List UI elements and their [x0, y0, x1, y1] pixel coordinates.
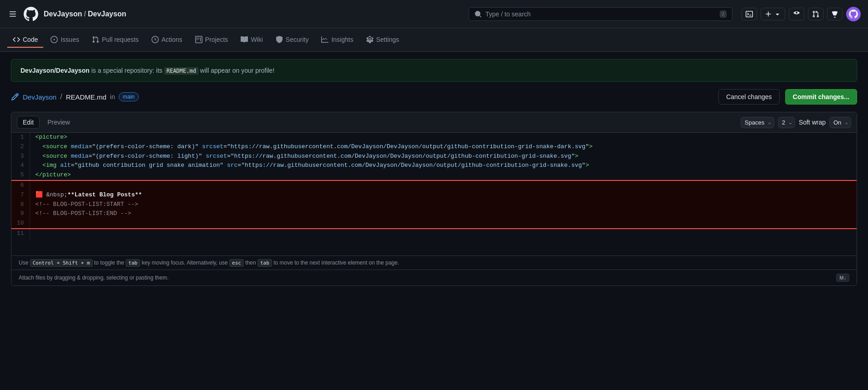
table-row: 5 </picture>: [11, 170, 857, 180]
cancel-changes-button[interactable]: Cancel changes: [718, 89, 779, 105]
table-row: 8 <!-- BLOG-POST-LIST:START -->: [11, 200, 857, 210]
editor-breadcrumb-row: DevJayson / README.md in main Cancel cha…: [11, 89, 857, 105]
tab-code[interactable]: Code: [7, 32, 43, 48]
table-row: 11: [11, 229, 857, 239]
line-number: 1: [11, 133, 30, 142]
repo-name-link[interactable]: DevJayson: [88, 10, 126, 18]
indent-size-select[interactable]: 2 4: [778, 117, 795, 128]
breadcrumb-left: DevJayson / README.md in main: [11, 92, 139, 101]
line-content[interactable]: [30, 180, 857, 190]
tab-settings[interactable]: Settings: [361, 32, 405, 48]
hamburger-button[interactable]: [7, 9, 18, 20]
tab-security[interactable]: Security: [270, 32, 314, 48]
line-number: 3: [11, 152, 30, 161]
repo-owner-link[interactable]: DevJayson: [44, 10, 82, 18]
spaces-select[interactable]: Spaces Tabs: [741, 117, 774, 128]
tab-projects[interactable]: Projects: [190, 32, 234, 48]
table-row: 1 <picture>: [11, 133, 857, 142]
security-icon: [276, 36, 283, 43]
table-row: 10: [11, 219, 857, 229]
tab-insights[interactable]: Insights: [316, 32, 358, 48]
tab-issues-label: Issues: [61, 36, 79, 43]
breadcrumb-separator: /: [60, 93, 62, 101]
issues-icon: [50, 36, 58, 43]
github-logo: [24, 7, 38, 21]
line-content[interactable]: [30, 219, 857, 229]
banner-text1: is a special repository: its: [90, 67, 164, 74]
code-editor[interactable]: 1 <picture> 2 <source media="(prefers-co…: [11, 133, 857, 255]
tab-settings-label: Settings: [376, 36, 399, 43]
shortcut-tab2: tab: [257, 259, 272, 267]
status-bar: Use Control + Shift + m to toggle the ta…: [11, 255, 857, 270]
line-content[interactable]: <img alt="github contribution grid snake…: [30, 161, 857, 170]
shortcut-esc: esc: [229, 259, 244, 267]
breadcrumb-repo-link[interactable]: DevJayson: [23, 93, 56, 101]
line-content[interactable]: <!-- BLOG-POST-LIST:START -->: [30, 200, 857, 210]
search-bar[interactable]: Type / to search /: [469, 7, 732, 21]
watch-button[interactable]: [789, 8, 804, 20]
top-nav-actions: [742, 7, 861, 21]
status-text: Use: [19, 260, 30, 266]
tab-pr-label: Pull requests: [102, 36, 139, 43]
plus-button[interactable]: [761, 8, 785, 20]
line-number: 10: [11, 219, 30, 229]
tab-actions-label: Actions: [161, 36, 182, 43]
status-mid3: then: [244, 260, 257, 266]
tab-actions[interactable]: Actions: [146, 32, 188, 48]
status-mid1: to toggle the: [93, 260, 126, 266]
tab-code-label: Code: [23, 36, 38, 43]
line-content[interactable]: 🟥 &nbsp;**Latest Blog Posts**: [30, 190, 857, 200]
table-row: 9 <!-- BLOG-POST-LIST:END -->: [11, 209, 857, 219]
avatar[interactable]: [846, 7, 861, 21]
breadcrumb-filename: README.md: [66, 93, 106, 101]
terminal-button[interactable]: [742, 8, 757, 20]
editor-toolbar: Edit Preview Spaces Tabs 2 4 Soft wrap: [11, 112, 857, 133]
tab-wiki-label: Wiki: [251, 36, 262, 43]
softwrap-select[interactable]: On Off: [829, 117, 851, 128]
drop-zone: Attach files by dragging & dropping, sel…: [11, 270, 857, 285]
breadcrumb-actions: Cancel changes Commit changes...: [718, 89, 857, 105]
line-content[interactable]: [30, 229, 857, 239]
banner-readme-code: README.md: [164, 67, 198, 75]
softwrap-select-wrapper: On Off: [829, 117, 851, 128]
banner-repo-bold: DevJayson/DevJayson: [20, 67, 90, 74]
repo-nav: Code Issues Pull requests Actions Projec…: [0, 28, 868, 52]
table-row: 6: [11, 180, 857, 190]
editor-container: Edit Preview Spaces Tabs 2 4 Soft wrap: [11, 112, 857, 286]
notifications-button[interactable]: [827, 8, 843, 20]
pr-button[interactable]: [808, 8, 823, 20]
top-nav: DevJayson / DevJayson Type / to search /: [0, 0, 868, 28]
editor-tabs: Edit Preview: [17, 116, 76, 129]
tab-edit[interactable]: Edit: [17, 116, 40, 129]
tab-issues[interactable]: Issues: [45, 32, 84, 48]
tab-security-label: Security: [286, 36, 309, 43]
tab-pull-requests[interactable]: Pull requests: [86, 32, 144, 48]
line-content[interactable]: <source media="(prefers-color-scheme: da…: [30, 142, 857, 152]
line-number: 5: [11, 170, 30, 180]
tab-wiki[interactable]: Wiki: [235, 32, 268, 48]
line-content[interactable]: <!-- BLOG-POST-LIST:END -->: [30, 209, 857, 219]
repo-path-separator: /: [84, 10, 86, 18]
drop-text: Attach files by dragging & dropping, sel…: [19, 275, 169, 281]
line-number: 2: [11, 142, 30, 152]
line-number: 7: [11, 190, 30, 200]
pr-icon: [92, 36, 99, 43]
line-number: 6: [11, 180, 30, 190]
line-number: 9: [11, 209, 30, 219]
wiki-icon: [241, 36, 248, 43]
search-placeholder-text: Type / to search: [485, 10, 716, 18]
line-content[interactable]: <picture>: [30, 133, 857, 142]
search-icon: [474, 10, 482, 18]
projects-icon: [195, 36, 202, 43]
code-editor-scroll[interactable]: 1 <picture> 2 <source media="(prefers-co…: [11, 133, 857, 239]
markdown-icon: M↓: [836, 274, 849, 282]
branch-badge: main: [119, 92, 139, 101]
code-table: 1 <picture> 2 <source media="(prefers-co…: [11, 133, 857, 239]
editor-options: Spaces Tabs 2 4 Soft wrap On Off: [741, 117, 851, 128]
banner-text2: will appear on your profile!: [198, 67, 274, 74]
line-content[interactable]: </picture>: [30, 170, 857, 180]
line-number: 4: [11, 161, 30, 170]
tab-preview[interactable]: Preview: [41, 116, 76, 129]
commit-changes-button[interactable]: Commit changes...: [785, 89, 857, 105]
line-content[interactable]: <source media="(prefers-color-scheme: li…: [30, 152, 857, 161]
